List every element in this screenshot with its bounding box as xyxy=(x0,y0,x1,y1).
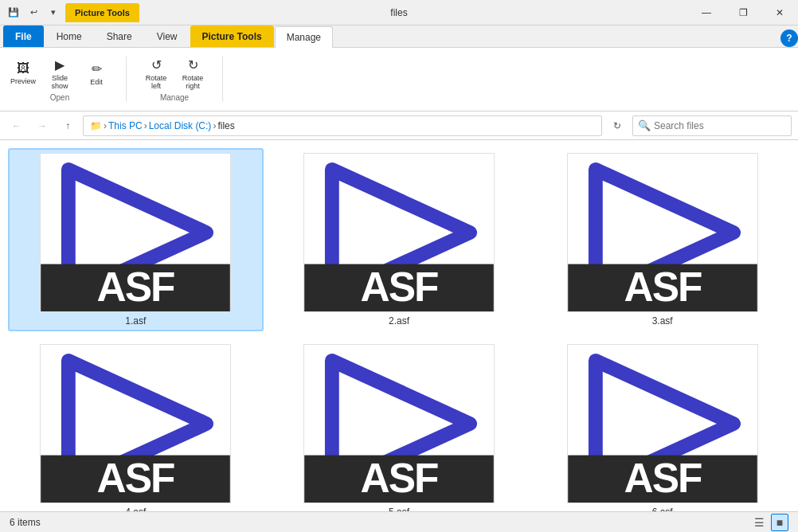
address-bar: ← → ↑ 📁 › This PC › Local Disk (C:) › fi… xyxy=(0,111,798,140)
minimize-button[interactable]: — xyxy=(688,0,725,25)
file-item[interactable]: ASF 4.asf xyxy=(8,339,264,511)
ribbon-btn-rotate-left-label: Rotate left xyxy=(140,74,172,90)
item-count: 6 items xyxy=(10,517,41,528)
ribbon-btn-preview[interactable]: 🖼 Preview xyxy=(6,57,40,90)
main-content: ASF 1.asf ASF 2.asf ASF 3.asf xyxy=(0,140,798,511)
ribbon-tabs: File Home Share View Picture Tools Manag… xyxy=(0,25,798,48)
file-item[interactable]: ASF 6.asf xyxy=(534,339,790,511)
svg-text:ASF: ASF xyxy=(360,455,438,501)
file-thumbnail: ASF xyxy=(567,344,758,503)
rotate-right-icon: ↻ xyxy=(188,57,198,72)
edit-icon: ✏ xyxy=(92,61,102,76)
ribbon-group-manage: ↺ Rotate left ↻ Rotate right Manage xyxy=(139,57,223,102)
file-label: 2.asf xyxy=(389,315,409,327)
ribbon-group-open-label: Open xyxy=(50,93,69,102)
status-bar: 6 items ☰ ■ xyxy=(0,511,798,532)
svg-text:ASF: ASF xyxy=(624,455,702,501)
refresh-button[interactable]: ↻ xyxy=(607,115,628,136)
file-grid: ASF 1.asf ASF 2.asf ASF 3.asf xyxy=(0,140,798,511)
up-button[interactable]: ↑ xyxy=(57,115,78,136)
address-input[interactable]: 📁 › This PC › Local Disk (C:) › files xyxy=(83,115,602,136)
search-input[interactable] xyxy=(654,120,786,131)
breadcrumb-this-pc[interactable]: This PC xyxy=(108,120,143,131)
tab-manage[interactable]: Manage xyxy=(275,26,333,48)
file-thumbnail: ASF xyxy=(567,153,758,312)
ribbon-btn-edit[interactable]: ✏ Edit xyxy=(80,57,113,90)
help-button[interactable]: ? xyxy=(780,29,798,47)
details-view-button[interactable]: ☰ xyxy=(750,514,768,531)
qat-undo-button[interactable]: ↩ xyxy=(25,4,42,22)
tab-file[interactable]: File xyxy=(3,25,44,47)
file-thumbnail: ASF xyxy=(303,153,495,312)
breadcrumb-folder-icon: 📁 xyxy=(90,120,102,131)
forward-button[interactable]: → xyxy=(32,115,53,136)
view-controls: ☰ ■ xyxy=(750,514,788,531)
qat-dropdown-button[interactable]: ▾ xyxy=(45,4,62,22)
maximize-button[interactable]: ❐ xyxy=(725,0,761,25)
breadcrumb-current: files xyxy=(217,120,234,131)
back-button[interactable]: ← xyxy=(6,115,27,136)
ribbon-btn-rotate-right-label: Rotate right xyxy=(177,74,209,90)
close-button[interactable]: ✕ xyxy=(761,0,798,25)
rotate-left-icon: ↺ xyxy=(151,57,162,72)
ribbon-btn-rotate-right[interactable]: ↻ Rotate right xyxy=(176,57,209,90)
tab-share[interactable]: Share xyxy=(95,25,144,47)
breadcrumb-local-disk[interactable]: Local Disk (C:) xyxy=(149,120,212,131)
file-item[interactable]: ASF 3.asf xyxy=(534,148,790,331)
ribbon-btn-preview-label: Preview xyxy=(10,77,36,85)
ribbon-btn-rotate-left[interactable]: ↺ Rotate left xyxy=(139,57,173,90)
file-label: 1.asf xyxy=(125,315,146,327)
svg-text:ASF: ASF xyxy=(97,264,175,310)
svg-text:ASF: ASF xyxy=(360,264,438,310)
large-icons-view-button[interactable]: ■ xyxy=(771,514,788,531)
slideshow-icon: ▶ xyxy=(55,57,65,72)
file-thumbnail: ASF xyxy=(40,153,231,312)
ribbon-btn-edit-label: Edit xyxy=(90,78,103,86)
file-thumbnail: ASF xyxy=(303,344,495,503)
tab-picture-tools[interactable]: Picture Tools xyxy=(190,25,274,47)
qat-save-button[interactable]: 💾 xyxy=(5,4,22,22)
file-thumbnail: ASF xyxy=(40,344,231,503)
tab-home[interactable]: Home xyxy=(45,25,94,47)
file-item[interactable]: ASF 2.asf xyxy=(272,148,527,331)
search-box[interactable]: 🔍 xyxy=(632,115,792,136)
ribbon-btn-slideshow[interactable]: ▶ Slide show xyxy=(43,57,76,90)
title-bar: 💾 ↩ ▾ Picture Tools files — ❐ ✕ xyxy=(0,0,798,25)
quick-access-toolbar: 💾 ↩ ▾ xyxy=(5,4,62,22)
ribbon-group-manage-label: Manage xyxy=(160,93,189,102)
file-label: 3.asf xyxy=(652,315,673,327)
svg-text:ASF: ASF xyxy=(624,264,702,310)
search-icon: 🔍 xyxy=(638,119,651,131)
ribbon-btn-slideshow-label: Slide show xyxy=(44,74,76,90)
tab-view[interactable]: View xyxy=(145,25,190,47)
picture-tools-title-tab[interactable]: Picture Tools xyxy=(65,3,139,22)
breadcrumb: 📁 › This PC › Local Disk (C:) › files xyxy=(90,120,235,131)
file-item[interactable]: ASF 5.asf xyxy=(272,339,527,511)
ribbon-group-open: 🖼 Preview ▶ Slide show ✏ Edit Open xyxy=(6,57,127,102)
file-item[interactable]: ASF 1.asf xyxy=(8,148,264,331)
svg-text:ASF: ASF xyxy=(97,455,175,501)
preview-icon: 🖼 xyxy=(17,61,29,76)
ribbon-content: 🖼 Preview ▶ Slide show ✏ Edit Open ↺ Rot… xyxy=(0,48,798,111)
